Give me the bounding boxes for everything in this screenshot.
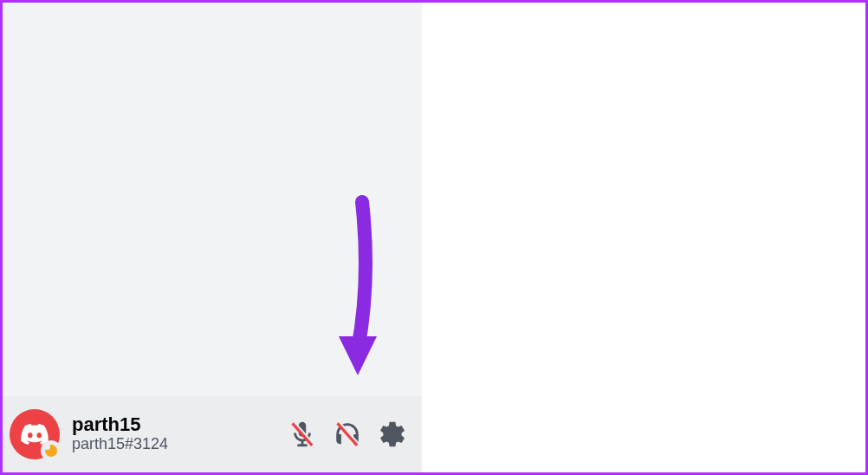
svg-rect-1	[297, 444, 307, 446]
settings-button[interactable]	[373, 415, 411, 453]
mute-mic-icon	[288, 420, 317, 449]
user-controls	[283, 415, 411, 453]
username-label: parth15	[72, 414, 283, 435]
sidebar-content-area	[3, 3, 422, 396]
mute-button[interactable]	[283, 415, 321, 453]
deafen-headphones-icon	[333, 420, 362, 449]
sidebar-panel: parth15 parth15#3124	[3, 3, 422, 472]
user-panel: parth15 parth15#3124	[3, 396, 422, 472]
user-tag-label: parth15#3124	[72, 435, 283, 454]
deafen-button[interactable]	[328, 415, 366, 453]
user-info[interactable]: parth15 parth15#3124	[72, 414, 283, 454]
gear-icon	[378, 420, 407, 449]
avatar[interactable]	[10, 409, 60, 459]
status-idle-icon	[41, 440, 62, 461]
